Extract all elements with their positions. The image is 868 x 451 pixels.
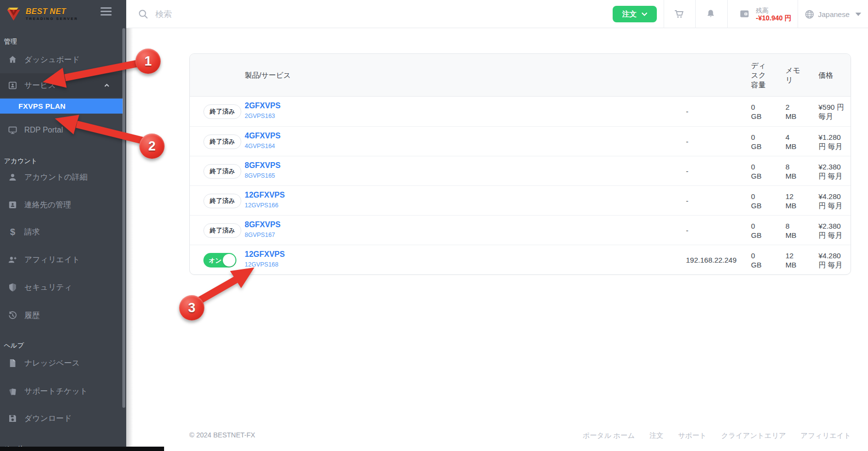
footer-link-order[interactable]: 注文 [650,431,664,440]
search-icon [138,9,149,19]
product-code-link[interactable]: 12GVPS168 [245,261,285,268]
product-code-link[interactable]: 2GVPS163 [245,113,281,119]
brand-tagline: TREADING SERVER [26,17,78,21]
footer-link-client-area[interactable]: クライアントエリア [721,431,786,440]
ip-cell: 192.168.22.249 [686,256,736,264]
sidebar-item-downloads[interactable]: ダウンロード [0,408,123,429]
hamburger-menu-icon[interactable] [100,7,112,16]
footer-link-affiliate[interactable]: アフィリエイト [801,431,851,440]
topbar-divider [695,0,696,28]
power-toggle[interactable]: オン [203,253,236,267]
sidebar: BEST NET TREADING SERVER 管理 ダッシュボード サービス [0,0,126,451]
status-cell: オン [203,245,238,275]
contact-card-icon [7,200,18,210]
ticket-icon [7,386,18,397]
status-cell: 終了済み [203,186,238,216]
sidebar-item-history[interactable]: 履歴 [0,305,123,326]
table-row: 終了済み 12GFXVPS 12GVPS166 - 0 GB 12 MB ¥4.… [190,185,851,215]
sidebar-item-account-details[interactable]: アカウントの詳細 [0,167,123,188]
price-cell: ¥2.380 円 毎月 [818,162,847,181]
sidebar-item-label: セキュリティ [24,283,72,293]
balance-menu[interactable]: 残高 -¥10.940 円 [739,0,791,28]
product-cell: 12GFXVPS 12GVPS168 [245,250,285,268]
topbar-divider [664,0,664,28]
content-shadow [126,28,133,451]
price-cell: ¥1.280 円 毎月 [818,133,847,151]
status-cell: 終了済み [203,216,238,245]
memory-cell: 12 MB [785,192,802,210]
dollar-icon: $ [7,227,18,237]
bell-icon [705,8,717,20]
product-link[interactable]: 4GFXVPS [245,132,281,140]
product-code-link[interactable]: 12GVPS166 [245,202,285,209]
shield-icon [7,282,18,293]
sidebar-item-support-tickets[interactable]: サポートチケット [0,381,123,402]
brand-logo[interactable]: BEST NET TREADING SERVER [5,6,78,22]
language-selector[interactable]: Japanese [804,0,861,28]
cart-icon [673,8,685,20]
ip-cell: - [686,226,688,234]
balance-text: 残高 -¥10.940 円 [756,7,791,22]
footer-link-support[interactable]: サポート [678,431,707,440]
toggle-label: オン [209,256,222,265]
sidebar-item-label: ダッシュボード [24,55,80,65]
language-label: Japanese [818,10,850,18]
sidebar-item-label: 連絡先の管理 [24,200,71,210]
product-code-link[interactable]: 4GVPS164 [245,143,281,150]
product-link[interactable]: 8GFXVPS [245,220,281,229]
ip-cell: - [686,107,688,116]
footer-link-portal-home[interactable]: ポータル ホーム [583,431,634,440]
header-product: 製品/サービス [245,70,291,80]
table-header: 製品/サービス ディスク容量 メモリ 価格 [190,54,851,97]
document-icon [7,358,18,368]
disk-cell: 0 GB [751,102,768,121]
sidebar-item-label: サポートチケット [24,386,88,397]
product-cell: 2GFXVPS 2GVPS163 [245,101,281,119]
ip-cell: - [686,137,688,146]
chevron-down-icon [641,12,648,17]
brand-name: BEST NET [26,7,78,16]
person-icon [7,172,18,183]
main-content: 検索 注文 [126,0,868,451]
sidebar-item-security[interactable]: セキュリティ [0,277,123,298]
sidebar-item-dashboard[interactable]: ダッシュボード [0,49,123,70]
brand-text: BEST NET TREADING SERVER [26,7,78,21]
sidebar-item-billing[interactable]: $ 請求 [0,221,123,243]
sidebar-item-rdp-portal[interactable]: RDP Portal [0,119,123,141]
product-cell: 8GFXVPS 8GVPS167 [245,220,281,238]
services-table-card: 製品/サービス ディスク容量 メモリ 価格 終了済み 2GFXVPS 2GVPS… [189,53,851,275]
search-placeholder: 検索 [155,9,172,20]
disk-cell: 0 GB [751,162,768,181]
status-cell: 終了済み [203,156,238,186]
order-button[interactable]: 注文 [613,6,657,22]
header-memory: メモリ [785,66,803,85]
ip-cell: - [686,167,688,175]
product-link[interactable]: 8GFXVPS [245,161,281,170]
sidebar-scrollbar[interactable] [122,28,125,408]
sidebar-header: BEST NET TREADING SERVER [0,0,126,28]
product-link[interactable]: 2GFXVPS [245,101,281,110]
sidebar-item-label: アフィリエイト [24,255,80,265]
page: BEST NET TREADING SERVER 管理 ダッシュボード サービス [0,0,868,451]
search-input[interactable]: 検索 [138,0,172,28]
sidebar-item-affiliate[interactable]: アフィリエイト [0,249,123,270]
status-badge: 終了済み [203,164,241,179]
cart-button[interactable] [673,8,685,20]
brand-gem-icon [5,6,22,22]
sidebar-item-fxvps-plan[interactable]: FXVPS PLAN [0,99,123,114]
sidebar-item-contacts[interactable]: 連絡先の管理 [0,194,123,216]
product-cell: 8GFXVPS 8GVPS165 [245,161,281,179]
status-badge: 終了済み [203,194,241,208]
table-row: オン 12GFXVPS 12GVPS168 192.168.22.249 0 G… [190,245,851,274]
sidebar-item-services[interactable]: サービス [0,73,123,98]
table-row: 終了済み 8GFXVPS 8GVPS165 - 0 GB 8 MB ¥2.380… [190,156,851,185]
sidebar-item-knowledgebase[interactable]: ナレッジベース [0,352,123,374]
status-cell: 終了済み [203,127,238,156]
disk-cell: 0 GB [751,192,768,210]
product-code-link[interactable]: 8GVPS167 [245,232,281,238]
notifications-button[interactable] [705,8,717,20]
sidebar-subitem-label: FXVPS PLAN [18,102,66,110]
product-code-link[interactable]: 8GVPS165 [245,172,281,179]
product-link[interactable]: 12GFXVPS [245,191,285,200]
product-link[interactable]: 12GFXVPS [245,250,285,259]
